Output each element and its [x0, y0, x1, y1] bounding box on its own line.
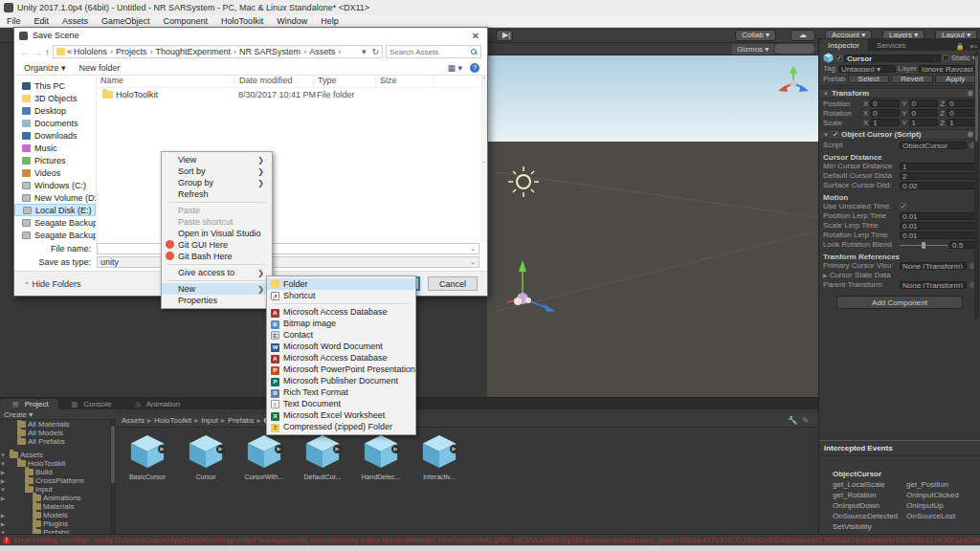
menu-item[interactable]: GameObject [95, 15, 157, 28]
new-submenu-item[interactable] [273, 303, 410, 304]
asset-item[interactable]: ▶ CursorWith... [240, 433, 288, 534]
collab-button[interactable]: Collab ▾ [735, 30, 776, 41]
menu-item[interactable]: Window [270, 15, 314, 28]
cancel-button[interactable]: Cancel [428, 276, 478, 291]
breadcrumb-item[interactable]: ThoughtExperiment› [156, 47, 240, 56]
new-submenu-item[interactable]: ≡ Text Document [267, 398, 415, 409]
column-size[interactable]: Size [376, 76, 434, 87]
close-icon[interactable]: ✕ [464, 31, 487, 41]
new-submenu-item[interactable]: W Microsoft Word Document [267, 341, 415, 352]
object-name-field[interactable]: Cursor [844, 55, 941, 62]
new-submenu-item[interactable]: R Rich Text Format [267, 386, 415, 398]
tree-foldout-icon[interactable]: ▶ [0, 477, 6, 484]
column-name[interactable]: Name [97, 76, 235, 87]
asset-item[interactable]: ▶ Cursor [182, 433, 230, 534]
context-menu-item[interactable]: View ❯ [162, 154, 272, 165]
foldout-icon[interactable]: ▶ [823, 272, 828, 278]
lock-icon[interactable]: 🔒 [953, 43, 968, 51]
search-input[interactable] [390, 48, 470, 56]
asset-item[interactable]: ▶ HandDetec... [357, 433, 405, 534]
asset-expander-icon[interactable]: ▶ [216, 445, 225, 453]
z-field[interactable]: 1 [947, 119, 976, 126]
context-menu-item[interactable] [167, 202, 266, 203]
asset-expander-icon[interactable]: ▶ [450, 445, 458, 453]
hide-folders-button[interactable]: ⌃ Hide Folders [24, 279, 80, 289]
asset-expander-icon[interactable]: ▶ [275, 445, 283, 453]
tab-project[interactable]: ▤Project [0, 399, 58, 409]
step-button[interactable]: ▶| [496, 30, 513, 41]
context-menu-item[interactable] [167, 264, 266, 265]
tab-inspector[interactable]: Inspector [819, 39, 868, 51]
panel-menu-icon[interactable]: ▾≡ [967, 43, 980, 51]
y-field[interactable]: 0 [909, 99, 939, 107]
transform-section-header[interactable]: ▼ Transform ⚙ [819, 88, 980, 99]
primary-cursor-field[interactable]: None (Transform) [900, 262, 967, 270]
context-menu-item[interactable]: Group by ❯ [162, 177, 272, 188]
asset-lock-icon[interactable]: ✎ [802, 416, 809, 425]
breadcrumb-item[interactable]: NR SARSystem› [239, 47, 309, 56]
scene-view[interactable]: Gizmos ▾ [487, 43, 818, 397]
new-submenu-item[interactable]: P Microsoft Publisher Document [267, 375, 415, 386]
y-field[interactable]: 1 [909, 119, 939, 126]
asset-expander-icon[interactable]: ▶ [391, 445, 400, 453]
z-field[interactable]: 0 [947, 109, 976, 117]
address-dropdown-icon[interactable]: ▾ [362, 47, 367, 56]
z-field[interactable]: 0 [947, 99, 976, 107]
up-icon[interactable]: ↑ [45, 47, 50, 57]
tree-foldout-icon[interactable]: ▶ [0, 469, 6, 475]
blend-slider[interactable] [900, 241, 947, 249]
move-tool-gizmo[interactable] [501, 249, 559, 316]
breadcrumb-item[interactable]: Assets› [309, 47, 344, 56]
create-dropdown[interactable]: Create ▾ [0, 409, 115, 420]
breadcrumb-item[interactable]: Hololens› [74, 47, 116, 56]
new-submenu-item[interactable]: Z Compressed (zipped) Folder [267, 421, 415, 432]
menu-item[interactable]: Edit [28, 15, 56, 28]
new-submenu-item[interactable]: ↗ Shortcut [267, 290, 415, 301]
sidebar-item[interactable]: Desktop [14, 104, 96, 117]
script-section-header[interactable]: ▼ ✓ Object Cursor (Script) ⚙ [819, 129, 980, 140]
tree-item[interactable]: ▶ Plugins [0, 519, 110, 528]
breadcrumb-item[interactable]: Assets▸ [122, 416, 154, 425]
tab-services[interactable]: Services [868, 39, 915, 51]
property-field[interactable]: 0.01 [900, 231, 976, 239]
refresh-icon[interactable]: ↻ [371, 47, 379, 56]
property-field[interactable]: 2 [900, 172, 976, 180]
new-submenu-item[interactable]: X Microsoft Excel Worksheet [267, 409, 415, 421]
sidebar-item[interactable]: Documents [14, 117, 96, 129]
sidebar-item[interactable]: Pictures [14, 154, 96, 166]
sidebar-item[interactable]: This PC [14, 79, 96, 92]
tree-item[interactable]: All Prefabs [0, 437, 110, 446]
breadcrumb-overflow[interactable]: « [67, 47, 72, 56]
context-menu-item[interactable]: New ❯ [162, 283, 272, 295]
asset-item[interactable]: ▶ Interactiv... [415, 433, 463, 534]
asset-item[interactable]: ▶ DefaultCur... [299, 433, 346, 534]
foldout-icon[interactable]: ▼ [823, 132, 829, 138]
new-submenu-item[interactable]: A Microsoft Access Database [267, 306, 415, 318]
context-menu-item[interactable]: Paste [162, 205, 272, 216]
foldout-icon[interactable]: ▼ [823, 91, 829, 97]
new-submenu-item[interactable]: Folder [267, 278, 415, 290]
x-field[interactable]: 1 [870, 119, 900, 126]
script-field[interactable]: ObjectCursor [900, 142, 967, 149]
tree-item[interactable]: ▶ Build [0, 468, 110, 476]
tag-dropdown[interactable]: Untagged ▾ [838, 65, 896, 73]
tab-animation[interactable]: ◷Animation [122, 399, 190, 409]
context-menu-item[interactable]: Sort by ❯ [162, 165, 272, 177]
property-field[interactable]: 0.02 [900, 182, 976, 189]
tree-item[interactable]: ▶ Models [0, 511, 110, 519]
scene-orientation-gizmo[interactable] [776, 64, 811, 102]
breadcrumb-item[interactable]: Projects› [116, 47, 156, 56]
menu-item[interactable]: HoloToolkit [214, 15, 270, 28]
static-checkbox[interactable] [943, 55, 949, 61]
menu-item[interactable]: Component [157, 15, 215, 28]
gizmos-dropdown[interactable]: Gizmos ▾ [732, 44, 773, 55]
asset-expander-icon[interactable]: ▶ [158, 445, 167, 453]
new-submenu-item[interactable]: P Microsoft PowerPoint Presentation [267, 364, 415, 375]
layer-dropdown[interactable]: Ignore Raycast ▾ [919, 65, 976, 73]
prefab-button[interactable]: Select [848, 75, 889, 83]
sidebar-item[interactable]: Downloads [14, 129, 96, 142]
cursor-state-data-foldout[interactable]: Cursor State Data [830, 271, 976, 279]
search-box[interactable] [386, 45, 481, 58]
x-field[interactable]: 0 [870, 109, 900, 117]
tree-item[interactable]: Materials [0, 502, 110, 511]
